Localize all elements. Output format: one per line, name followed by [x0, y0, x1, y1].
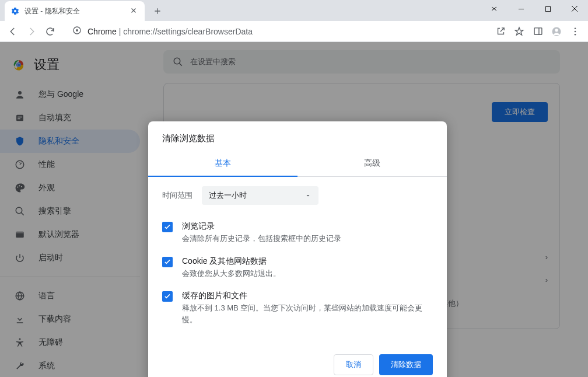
checkbox-description: 释放不到 1.3 MB 空间。当您下次访问时，某些网站的加载速度可能会更慢。 [182, 302, 433, 325]
tab-title: 设置 - 隐私和安全 [24, 6, 125, 16]
forward-button[interactable] [23, 23, 40, 40]
address-bar[interactable]: Chrome | chrome://settings/clearBrowserD… [65, 23, 485, 40]
checkbox-row: Cookie 及其他网站数据会致使您从大多数网站退出。 [162, 250, 433, 285]
checkbox-row: 浏览记录会清除所有历史记录，包括搜索框中的历史记录 [162, 215, 433, 250]
svg-point-8 [575, 33, 576, 35]
new-tab-button[interactable] [149, 3, 166, 19]
minimize-button[interactable] [508, 0, 534, 18]
close-window-button[interactable] [561, 0, 588, 18]
share-icon[interactable] [492, 23, 509, 40]
checkbox[interactable] [162, 257, 173, 267]
checkbox-label: Cookie 及其他网站数据 [182, 256, 281, 267]
content-area: 设置 您与 Google自动填充隐私和安全性能外观搜索引擎默认浏览器启动时 语言… [0, 42, 588, 377]
chevron-down-icon [304, 192, 312, 199]
dialog-tabs: 基本 高级 [148, 151, 447, 177]
checkbox-description: 会清除所有历史记录，包括搜索框中的历史记录 [182, 233, 341, 245]
restore-down-extra-icon[interactable] [481, 0, 508, 18]
browser-tab[interactable]: 设置 - 隐私和安全 [5, 1, 145, 21]
time-range-select[interactable]: 过去一小时 [202, 186, 318, 205]
window-controls [481, 0, 588, 18]
tab-basic[interactable]: 基本 [148, 151, 298, 177]
url-display: Chrome | chrome://settings/clearBrowserD… [88, 27, 253, 36]
svg-point-6 [575, 27, 576, 29]
bookmark-icon[interactable] [511, 23, 527, 40]
checkbox-label: 浏览记录 [182, 221, 341, 232]
svg-rect-3 [534, 28, 542, 34]
time-range-label: 时间范围 [162, 190, 192, 201]
checkbox-description: 会致使您从大多数网站退出。 [182, 268, 281, 280]
svg-point-5 [555, 29, 558, 32]
reload-button[interactable] [42, 23, 58, 40]
close-icon[interactable] [130, 6, 139, 16]
checkbox-label: 缓存的图片和文件 [182, 291, 433, 301]
browser-toolbar: Chrome | chrome://settings/clearBrowserD… [0, 21, 588, 42]
cancel-button[interactable]: 取消 [334, 354, 373, 375]
gear-icon [10, 6, 20, 16]
checkbox[interactable] [162, 291, 173, 302]
side-panel-icon[interactable] [530, 23, 546, 40]
checkbox[interactable] [162, 222, 173, 232]
back-button[interactable] [5, 23, 21, 40]
profile-icon[interactable] [548, 23, 565, 40]
svg-point-7 [575, 30, 576, 32]
svg-point-2 [76, 29, 78, 32]
clear-data-button[interactable]: 清除数据 [379, 354, 433, 375]
tab-advanced[interactable]: 高级 [298, 151, 447, 176]
clear-browsing-data-dialog: 清除浏览数据 基本 高级 时间范围 过去一小时 浏览记录会清除所有历史记录，包括… [148, 121, 447, 377]
maximize-button[interactable] [534, 0, 561, 18]
dialog-title: 清除浏览数据 [148, 121, 447, 151]
titlebar: 设置 - 隐私和安全 [0, 0, 588, 21]
chrome-icon [72, 26, 82, 37]
svg-rect-0 [545, 6, 550, 11]
checkbox-row: 缓存的图片和文件释放不到 1.3 MB 空间。当您下次访问时，某些网站的加载速度… [162, 285, 433, 331]
menu-icon[interactable] [567, 23, 583, 40]
